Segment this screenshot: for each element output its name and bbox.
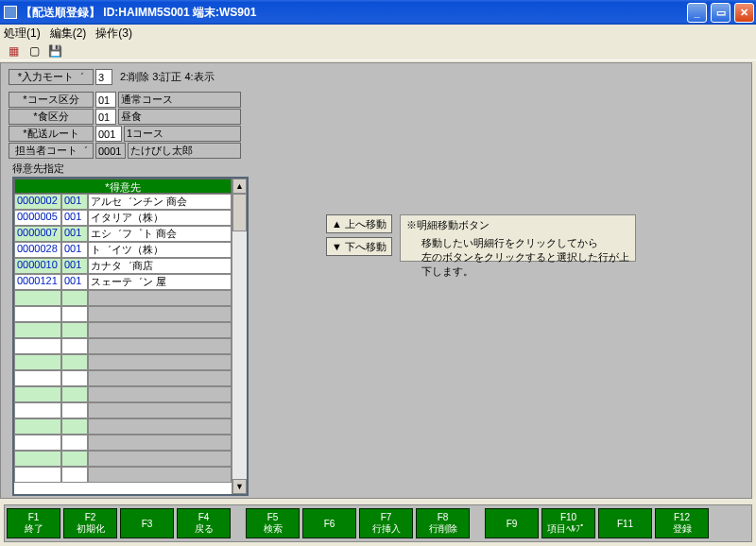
scroll-down-icon[interactable]: ▼ bbox=[232, 479, 247, 494]
info-line1: 移動したい明細行をクリックしてから bbox=[406, 236, 629, 250]
table-row bbox=[14, 386, 232, 402]
cell-sub: 001 bbox=[61, 194, 88, 210]
new-icon[interactable]: ▢ bbox=[26, 43, 42, 59]
maximize-button[interactable]: ▭ bbox=[711, 3, 730, 23]
cell-sub bbox=[61, 418, 88, 435]
table-row bbox=[14, 338, 232, 354]
field-staff-name: たけびし太郎 bbox=[128, 143, 241, 159]
cell-sub bbox=[61, 322, 88, 338]
cell-sub bbox=[61, 451, 88, 467]
cell-code bbox=[14, 322, 61, 338]
cell-sub: 001 bbox=[61, 242, 88, 258]
fkey-f1[interactable]: F1終了 bbox=[7, 508, 60, 538]
fkey-f2[interactable]: F2初期化 bbox=[63, 508, 117, 538]
cell-sub bbox=[61, 370, 88, 386]
customer-grid: *得意先 0000002001アルセ゛ンチン 商会0000005001イタリア（… bbox=[12, 177, 249, 496]
label-input-mode: *入力モート゛ bbox=[9, 69, 94, 85]
calendar-icon[interactable]: ▦ bbox=[6, 43, 21, 59]
cell-name: ト゛イツ（株） bbox=[88, 242, 232, 258]
cell-sub bbox=[61, 290, 88, 306]
fkey-f11[interactable]: F11 bbox=[598, 508, 652, 538]
cell-name bbox=[88, 451, 232, 467]
table-row bbox=[14, 354, 232, 370]
cell-code bbox=[14, 338, 61, 354]
menu-process[interactable]: 処理(1) bbox=[4, 26, 41, 42]
grid-scrollbar[interactable]: ▲ ▼ bbox=[232, 179, 247, 494]
cell-code bbox=[14, 451, 61, 467]
cell-code bbox=[14, 402, 61, 418]
close-button[interactable]: ✕ bbox=[734, 3, 754, 23]
fkey-f3[interactable]: F3 bbox=[120, 508, 174, 538]
table-row[interactable]: 0000121001スェーテ゛ン 屋 bbox=[14, 274, 232, 290]
cell-name: アルセ゛ンチン 商会 bbox=[88, 194, 232, 210]
label-course: *コース区分 bbox=[9, 92, 94, 108]
cell-code: 0000121 bbox=[14, 274, 61, 290]
save-icon[interactable]: 💾 bbox=[47, 43, 62, 59]
hint-input-mode: 2:削除 3:訂正 4:表示 bbox=[120, 70, 215, 84]
scroll-thumb[interactable] bbox=[232, 194, 247, 231]
label-route: *配送ルート bbox=[9, 126, 94, 142]
fkey-f8[interactable]: F8行削除 bbox=[416, 508, 470, 538]
table-row[interactable]: 0000010001カナタ゛商店 bbox=[14, 258, 232, 274]
field-route-name: 1コース bbox=[124, 126, 241, 142]
table-row[interactable]: 0000028001ト゛イツ（株） bbox=[14, 242, 232, 258]
label-meal: *食区分 bbox=[9, 109, 94, 125]
fkey-f12[interactable]: F12登録 bbox=[655, 508, 709, 538]
move-info-box: ※明細移動ボタン 移動したい明細行をクリックしてから 左のボタンをクリックすると… bbox=[400, 214, 636, 262]
scroll-up-icon[interactable]: ▲ bbox=[232, 179, 247, 194]
field-meal-name: 昼食 bbox=[118, 109, 241, 125]
table-row bbox=[14, 435, 232, 451]
cell-name bbox=[88, 354, 232, 370]
cell-name bbox=[88, 418, 232, 435]
cell-name: スェーテ゛ン 屋 bbox=[88, 274, 232, 290]
field-course-name: 通常コース bbox=[118, 92, 241, 108]
cell-sub: 001 bbox=[61, 210, 88, 226]
cell-code: 0000005 bbox=[14, 210, 61, 226]
fkey-f7[interactable]: F7行挿入 bbox=[359, 508, 413, 538]
label-staff: 担当者コート゛ bbox=[9, 143, 94, 159]
table-row bbox=[14, 418, 232, 435]
menubar: 処理(1) 編集(2) 操作(3) bbox=[0, 25, 756, 42]
move-down-button[interactable]: ▼ 下へ移動 bbox=[326, 237, 392, 256]
cell-name: カナタ゛商店 bbox=[88, 258, 232, 274]
cell-name: エシ゛フ゜ト 商会 bbox=[88, 226, 232, 242]
table-row bbox=[14, 322, 232, 338]
move-up-button[interactable]: ▲ 上へ移動 bbox=[326, 214, 392, 233]
menu-operate[interactable]: 操作(3) bbox=[95, 26, 132, 42]
fkey-f9[interactable]: F9 bbox=[485, 508, 539, 538]
cell-name bbox=[88, 370, 232, 386]
info-title: ※明細移動ボタン bbox=[406, 218, 629, 232]
window-title: 【配送順登録】 ID:HAIMM5S001 端末:WS901 bbox=[21, 5, 256, 21]
fkey-f5[interactable]: F5検索 bbox=[246, 508, 300, 538]
minimize-button[interactable]: _ bbox=[687, 3, 707, 23]
cell-code bbox=[14, 467, 61, 483]
fkey-f10[interactable]: F10項目ﾍﾙﾌ゜ bbox=[541, 508, 595, 538]
cell-code: 0000007 bbox=[14, 226, 61, 242]
cell-sub bbox=[61, 338, 88, 354]
field-route-code[interactable]: 001 bbox=[95, 126, 122, 142]
cell-code bbox=[14, 306, 61, 322]
menu-edit[interactable]: 編集(2) bbox=[50, 26, 87, 42]
table-row[interactable]: 0000002001アルセ゛ンチン 商会 bbox=[14, 194, 232, 210]
table-row[interactable]: 0000005001イタリア（株） bbox=[14, 210, 232, 226]
cell-code bbox=[14, 418, 61, 435]
cell-name bbox=[88, 467, 232, 483]
cell-sub: 001 bbox=[61, 258, 88, 274]
fkey-f4[interactable]: F4戻る bbox=[177, 508, 231, 538]
cell-sub bbox=[61, 354, 88, 370]
field-meal-code[interactable]: 01 bbox=[95, 109, 116, 125]
info-line2: 左のボタンをクリックすると選択した行が上下します。 bbox=[406, 250, 629, 279]
app-icon bbox=[4, 6, 17, 19]
table-row bbox=[14, 306, 232, 322]
cell-name: イタリア（株） bbox=[88, 210, 232, 226]
cell-name bbox=[88, 322, 232, 338]
cell-code: 0000010 bbox=[14, 258, 61, 274]
field-input-mode[interactable]: 3 bbox=[95, 69, 112, 85]
table-row[interactable]: 0000007001エシ゛フ゜ト 商会 bbox=[14, 226, 232, 242]
cell-code bbox=[14, 435, 61, 451]
cell-sub bbox=[61, 435, 88, 451]
titlebar: 【配送順登録】 ID:HAIMM5S001 端末:WS901 _ ▭ ✕ bbox=[0, 0, 756, 25]
fkey-f6[interactable]: F6 bbox=[302, 508, 356, 538]
field-course-code[interactable]: 01 bbox=[95, 92, 116, 108]
cell-code bbox=[14, 386, 61, 402]
